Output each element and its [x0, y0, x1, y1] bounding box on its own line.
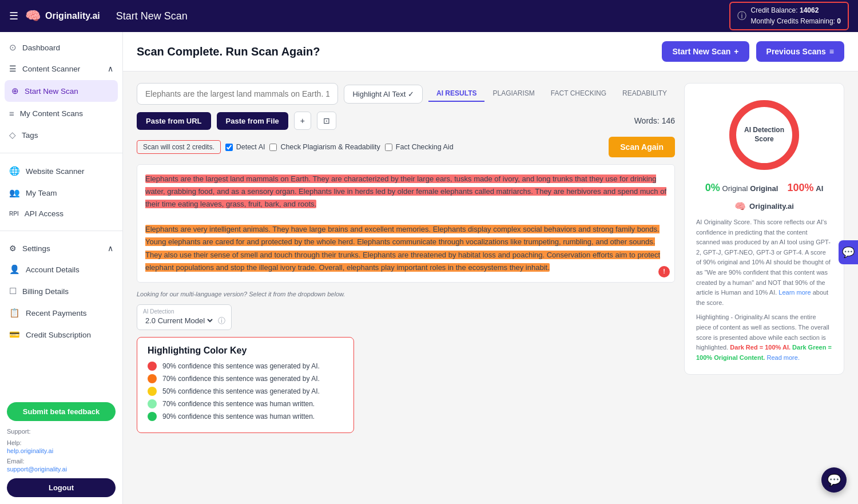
error-indicator: !: [658, 266, 670, 277]
dark-red-label: Dark Red = 100% AI.: [730, 344, 791, 351]
chat-bubble[interactable]: 💬: [821, 467, 847, 493]
nav-title: Start New Scan: [116, 10, 188, 22]
sidebar-item-website-scanner[interactable]: 🌐 Website Scanner: [0, 160, 122, 182]
originality-logo: 🧠 Originality.ai: [734, 201, 794, 212]
color-key-item-2: 50% confidence this sentence was generat…: [148, 387, 343, 396]
sidebar-label-tags: Tags: [22, 131, 38, 140]
tabs-row: AI RESULTS PLAGIARISM FACT CHECKING READ…: [428, 86, 675, 102]
color-key-label-4: 90% confidence this sentence was human w…: [162, 412, 315, 420]
score-card: AI Detection Score 0% Original Original …: [684, 83, 844, 375]
sidebar-item-account-details[interactable]: 👤 Account Details: [0, 259, 122, 280]
sidebar-label-website-scanner: Website Scanner: [26, 167, 85, 176]
content-area: Highlight AI Text ✓ AI RESULTS PLAGIARIS…: [123, 72, 858, 504]
text-content-box[interactable]: Elephants are the largest land mammals o…: [137, 164, 675, 283]
sidebar-item-my-team[interactable]: 👥 My Team: [0, 182, 122, 204]
logo-area: 🧠 Originality.ai: [25, 9, 100, 23]
originality-logo-icon: 🧠: [734, 201, 746, 212]
credit-badge: ⓘ Credit Balance: 14062 Monthly Credits …: [729, 2, 849, 30]
email-link[interactable]: support@originality.ai: [7, 466, 116, 473]
ai-label-text: AI: [816, 184, 823, 193]
score-description-text: AI Originality Score. This score reflect…: [696, 219, 831, 296]
tab-readability[interactable]: READABILITY: [614, 86, 675, 102]
sidebar-item-start-new-scan[interactable]: ⊕ Start New Scan: [5, 80, 118, 102]
side-toggle[interactable]: 💬: [839, 240, 858, 264]
cost-badge: Scan will cost 2 credits.: [137, 140, 221, 154]
paste-from-file-button[interactable]: Paste from File: [217, 112, 288, 130]
highlight-ai-text-button[interactable]: Highlight AI Text ✓: [344, 85, 423, 104]
plagiarism-label: Check Plagiarism & Readability: [280, 143, 380, 151]
billing-icon: ☐: [9, 286, 17, 296]
hamburger-icon[interactable]: ☰: [9, 10, 18, 22]
sidebar-label-dashboard: Dashboard: [22, 43, 60, 52]
sidebar-label-content-scanner: Content Scanner: [22, 65, 80, 73]
sidebar-item-dashboard[interactable]: ⊙ Dashboard: [0, 37, 122, 58]
color-dot-2: [148, 387, 157, 396]
plus-icon: +: [734, 47, 738, 56]
top-navigation: ☰ 🧠 Originality.ai Start New Scan ⓘ Cred…: [0, 0, 858, 32]
model-label: AI Detection: [143, 308, 225, 315]
sidebar-label-credit-subscription: Credit Subscription: [26, 331, 91, 339]
model-select[interactable]: 2.0 Current Model: [143, 316, 214, 326]
sidebar-label-billing-details: Billing Details: [22, 287, 69, 296]
fact-checking-input[interactable]: [385, 144, 392, 151]
sidebar-item-settings[interactable]: ⚙ Settings ∧: [0, 238, 122, 259]
ai-score: 100% AI: [787, 182, 823, 194]
model-info-icon[interactable]: ⓘ: [218, 316, 225, 326]
color-dot-1: [148, 374, 157, 383]
credit-balance-value: 14062: [800, 6, 819, 14]
tab-plagiarism[interactable]: PLAGIARISM: [484, 86, 542, 102]
left-panel: Highlight AI Text ✓ AI RESULTS PLAGIARIS…: [137, 83, 675, 493]
highlighted-text-2: Elephants are very intelligent animals. …: [145, 225, 660, 271]
score-description: AI Originality Score. This score reflect…: [696, 217, 832, 308]
copy-button[interactable]: ⊡: [317, 112, 336, 130]
sidebar-item-billing-details[interactable]: ☐ Billing Details: [0, 280, 122, 302]
scan-again-button[interactable]: Scan Again: [609, 137, 675, 157]
help-label: Help:: [7, 439, 22, 446]
tab-ai-results[interactable]: AI RESULTS: [428, 86, 484, 102]
original-label-text: Original: [750, 184, 778, 193]
start-new-scan-button[interactable]: Start New Scan +: [662, 41, 749, 62]
sidebar-item-content-scanner[interactable]: ☰ Content Scanner ∧: [0, 58, 122, 79]
plagiarism-checkbox[interactable]: Check Plagiarism & Readability: [269, 143, 380, 151]
sidebar-label-recent-payments: Recent Payments: [26, 309, 87, 318]
multi-lang-note: Looking for our multi-language version? …: [137, 291, 675, 297]
color-key-label-0: 90% confidence this sentence was generat…: [162, 362, 320, 370]
tab-fact-checking[interactable]: FACT CHECKING: [543, 86, 614, 102]
sidebar-item-my-content-scans[interactable]: ≡ My Content Scans: [0, 103, 122, 124]
plagiarism-input[interactable]: [269, 144, 277, 151]
learn-more-link[interactable]: Learn more: [778, 289, 811, 296]
logo-text: Originality.ai: [45, 11, 100, 21]
cost-notice-row: Scan will cost 2 credits. Detect AI Chec…: [137, 137, 675, 157]
beta-feedback-button[interactable]: Submit beta feedback: [7, 402, 116, 421]
sidebar-item-recent-payments[interactable]: 📋 Recent Payments: [0, 302, 122, 324]
logo-icon: 🧠: [25, 9, 41, 23]
settings-icon: ⚙: [9, 244, 17, 253]
credit-sub-icon: 💳: [9, 330, 20, 340]
logout-button[interactable]: Logout: [7, 478, 116, 497]
read-more-link[interactable]: Read more.: [766, 354, 799, 361]
right-panel: AI Detection Score 0% Original Original …: [684, 83, 844, 493]
color-key-box: Highlighting Color Key 90% confidence th…: [137, 337, 354, 433]
tags-icon: ◇: [9, 130, 16, 140]
sidebar-label-api-access: API Access: [25, 209, 63, 218]
detect-ai-input[interactable]: [225, 144, 233, 151]
sidebar-item-tags[interactable]: ◇ Tags: [0, 124, 122, 146]
info-icon[interactable]: ⓘ: [737, 10, 746, 22]
sidebar-item-credit-subscription[interactable]: 💳 Credit Subscription: [0, 324, 122, 346]
color-key-item-1: 70% confidence this sentence was generat…: [148, 374, 343, 383]
website-scanner-icon: 🌐: [9, 166, 20, 176]
score-title: AI Detection Score: [744, 126, 784, 144]
previous-scans-button[interactable]: Previous Scans ≡: [756, 41, 844, 62]
text-input[interactable]: [137, 83, 338, 105]
color-dot-4: [148, 412, 157, 421]
fact-checking-checkbox[interactable]: Fact Checking Aid: [385, 143, 454, 151]
paste-from-url-button[interactable]: Paste from URL: [137, 112, 211, 130]
add-button[interactable]: +: [294, 112, 311, 130]
highlight-label: Highlight AI Text ✓: [352, 90, 414, 98]
sidebar-label-start-new-scan: Start New Scan: [25, 87, 78, 96]
sidebar-item-api-access[interactable]: RPI API Access: [0, 204, 122, 224]
highlighted-text-1: Elephants are the largest land mammals o…: [145, 174, 666, 208]
help-link[interactable]: help.originality.ai: [7, 447, 116, 454]
detect-ai-checkbox[interactable]: Detect AI: [225, 143, 265, 151]
list-icon: ≡: [829, 47, 834, 56]
